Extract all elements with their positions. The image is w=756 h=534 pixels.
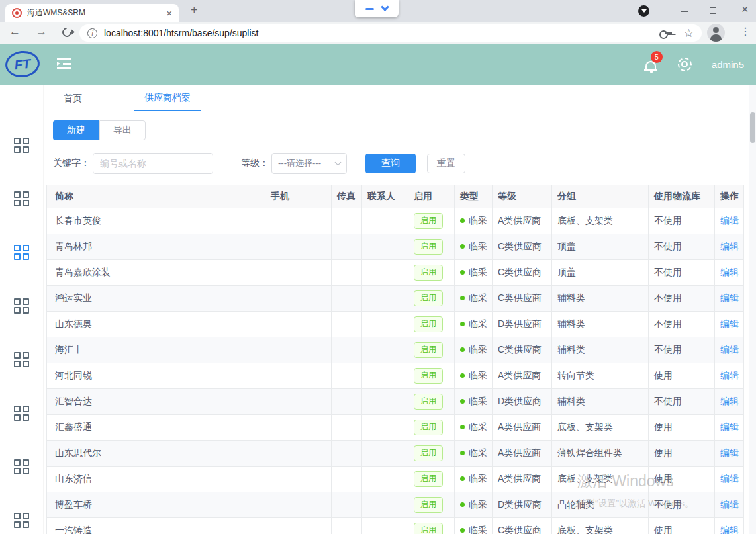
fax-cell bbox=[332, 208, 362, 234]
col-contact[interactable]: 联系人 bbox=[362, 185, 408, 208]
mobile-cell bbox=[265, 312, 332, 337]
menu-fold-icon[interactable] bbox=[57, 58, 73, 70]
edit-link[interactable]: 编辑 bbox=[720, 422, 739, 432]
vertical-scrollbar[interactable] bbox=[749, 85, 756, 534]
sidebar-menu-icon[interactable] bbox=[14, 406, 29, 421]
edit-link[interactable]: 编辑 bbox=[720, 267, 739, 277]
sidebar-menu-icon[interactable] bbox=[14, 138, 29, 153]
col-mobile[interactable]: 手机 bbox=[265, 185, 332, 208]
new-button[interactable]: 新建 bbox=[53, 120, 99, 140]
edit-link[interactable]: 编辑 bbox=[720, 473, 739, 484]
site-info-icon[interactable]: i bbox=[87, 28, 97, 38]
col-action[interactable]: 操作 bbox=[715, 185, 744, 208]
tab-close-icon[interactable]: × bbox=[166, 8, 172, 18]
table-row[interactable]: 河北同锐 启用 临采 A类供应商 转向节类 使用 编辑 bbox=[47, 363, 744, 389]
table-row[interactable]: 山东济信 启用 临采 A类供应商 底板、支架类 使用 编辑 bbox=[47, 467, 744, 492]
tab-home[interactable]: 首页 bbox=[53, 87, 93, 111]
overlay-chevron-down-icon[interactable] bbox=[381, 3, 389, 11]
edit-link[interactable]: 编辑 bbox=[720, 344, 739, 355]
table-row[interactable]: 汇智合达 启用 临采 D类供应商 辅料类 不使用 编辑 bbox=[47, 389, 744, 415]
browser-update-icon[interactable] bbox=[638, 5, 649, 17]
table-row[interactable]: 海汇丰 启用 临采 C类供应商 辅料类 不使用 编辑 bbox=[47, 337, 744, 363]
table-row[interactable]: 青岛林邦 启用 临采 C类供应商 顶盖 不使用 编辑 bbox=[47, 234, 744, 260]
sidebar-menu-icon-active[interactable] bbox=[14, 245, 29, 260]
col-type[interactable]: 类型 bbox=[455, 185, 493, 208]
edit-link[interactable]: 编辑 bbox=[720, 525, 739, 534]
username[interactable]: admin5 bbox=[712, 59, 744, 70]
sidebar-menu-icon[interactable] bbox=[14, 298, 29, 314]
level-cell: C类供应商 bbox=[493, 286, 552, 312]
edit-link[interactable]: 编辑 bbox=[720, 241, 739, 251]
col-level[interactable]: 等级 bbox=[493, 185, 552, 208]
window-close-button[interactable]: × bbox=[741, 3, 749, 17]
type-cell: 临采 bbox=[455, 234, 493, 260]
bookmark-star-icon[interactable]: ☆ bbox=[684, 26, 694, 40]
app-header: FT 5 admin5 bbox=[0, 44, 756, 85]
sidebar-menu-icon[interactable] bbox=[14, 191, 29, 206]
password-key-icon[interactable] bbox=[659, 30, 672, 36]
col-name[interactable]: 简称 bbox=[47, 185, 265, 208]
table-row[interactable]: 青岛嘉欣涂装 启用 临采 C类供应商 顶盖 不使用 编辑 bbox=[47, 260, 744, 286]
table-row[interactable]: 汇鑫盛通 启用 临采 A类供应商 底板、支架类 使用 编辑 bbox=[47, 415, 744, 441]
edit-link[interactable]: 编辑 bbox=[720, 499, 739, 510]
col-enable[interactable]: 启用 bbox=[408, 185, 455, 208]
table-row[interactable]: 一汽铸造 启用 临采 C类供应商 底板、支架类 使用 编辑 bbox=[47, 518, 744, 534]
browser-tab[interactable]: 海通WMS&SRM × bbox=[5, 4, 179, 22]
level-cell: A类供应商 bbox=[493, 363, 552, 389]
type-cell: 临采 bbox=[455, 492, 493, 518]
enable-badge: 启用 bbox=[414, 471, 443, 487]
edit-link[interactable]: 编辑 bbox=[720, 318, 739, 329]
level-cell: C类供应商 bbox=[493, 234, 552, 260]
col-group[interactable]: 分组 bbox=[552, 185, 649, 208]
export-button[interactable]: 导出 bbox=[99, 120, 146, 140]
action-cell: 编辑 bbox=[715, 286, 744, 312]
enable-badge: 启用 bbox=[414, 497, 443, 513]
sidebar-menu-icon[interactable] bbox=[14, 459, 29, 474]
contact-cell bbox=[362, 415, 408, 441]
status-dot-icon bbox=[460, 425, 465, 429]
search-button[interactable]: 查询 bbox=[365, 154, 416, 173]
col-fax[interactable]: 传真 bbox=[332, 185, 362, 208]
edit-link[interactable]: 编辑 bbox=[720, 447, 739, 458]
table-row[interactable]: 山东思代尔 启用 临采 A类供应商 薄铁焊合组件类 使用 编辑 bbox=[47, 441, 744, 467]
edit-link[interactable]: 编辑 bbox=[720, 370, 739, 380]
url-text[interactable]: localhost:8001/htsrm/base/sup/suplist bbox=[104, 28, 659, 38]
scrollbar-thumb[interactable] bbox=[750, 112, 755, 143]
sidebar-menu-icon[interactable] bbox=[14, 352, 29, 367]
table-row[interactable]: 博盈车桥 启用 临采 D类供应商 凸轮轴类 不使用 编辑 bbox=[47, 492, 744, 518]
address-bar[interactable]: i localhost:8001/htsrm/base/sup/suplist … bbox=[79, 24, 702, 42]
level-label: 等级： bbox=[241, 157, 269, 169]
col-logistics[interactable]: 使用物流库 bbox=[649, 185, 715, 208]
browser-menu-icon[interactable]: ⋮ bbox=[740, 25, 751, 38]
level-cell: A类供应商 bbox=[493, 415, 552, 441]
level-select[interactable]: ---请选择--- bbox=[271, 153, 347, 174]
screen-overlay-widget[interactable] bbox=[355, 0, 399, 17]
edit-link[interactable]: 编辑 bbox=[720, 396, 739, 406]
overlay-minimize-icon[interactable] bbox=[365, 8, 374, 10]
notification-bell[interactable]: 5 bbox=[645, 57, 658, 71]
tab-supplier-archive[interactable]: 供应商档案 bbox=[134, 86, 201, 111]
forward-icon[interactable]: → bbox=[36, 25, 47, 38]
status-dot-icon bbox=[460, 476, 465, 481]
edit-link[interactable]: 编辑 bbox=[720, 292, 739, 303]
profile-avatar[interactable] bbox=[707, 24, 725, 42]
table-row[interactable]: 长春市英俊 启用 临采 A类供应商 底板、支架类 不使用 编辑 bbox=[47, 208, 744, 234]
table-row[interactable]: 山东德奥 启用 临采 D类供应商 辅料类 不使用 编辑 bbox=[47, 312, 744, 337]
level-cell: A类供应商 bbox=[493, 208, 552, 234]
sidebar-menu-icon[interactable] bbox=[14, 513, 29, 528]
window-restore-button[interactable] bbox=[710, 7, 716, 14]
new-tab-button[interactable]: + bbox=[191, 3, 198, 17]
reset-button[interactable]: 重置 bbox=[427, 154, 465, 173]
keyword-input[interactable] bbox=[93, 153, 213, 174]
level-cell: C类供应商 bbox=[493, 518, 552, 534]
reload-icon[interactable] bbox=[60, 26, 73, 39]
window-minimize-button[interactable] bbox=[681, 11, 688, 12]
edit-link[interactable]: 编辑 bbox=[720, 215, 739, 226]
table-row[interactable]: 鸿运实业 启用 临采 C类供应商 辅料类 不使用 编辑 bbox=[47, 286, 744, 312]
settings-gear-icon[interactable] bbox=[678, 58, 692, 71]
logistics-cell: 使用 bbox=[649, 467, 715, 492]
browser-window: 海通WMS&SRM × + × ← → i localhost:8001/hts… bbox=[0, 0, 756, 534]
browser-toolbar: ← → i localhost:8001/htsrm/base/sup/supl… bbox=[0, 22, 756, 44]
back-icon[interactable]: ← bbox=[9, 25, 21, 38]
contact-cell bbox=[362, 363, 408, 389]
